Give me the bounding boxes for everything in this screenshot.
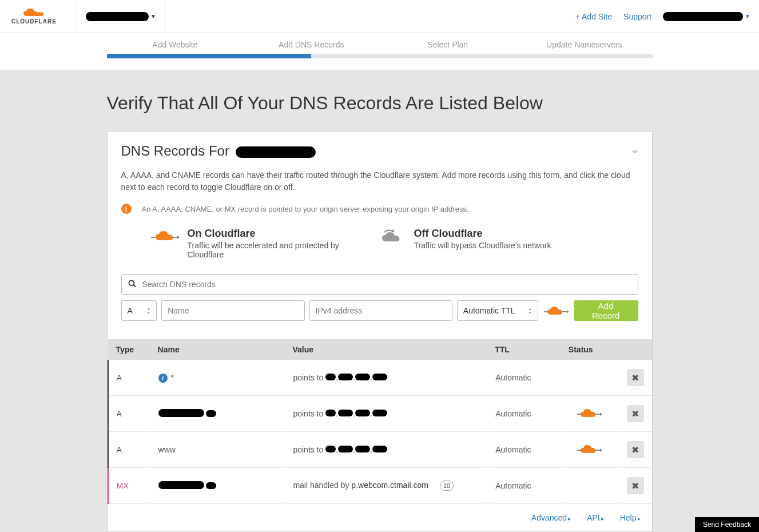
steps-progress-bar [107, 54, 653, 58]
dns-table: Type Name Value TTL Status Ai*points to … [108, 339, 652, 504]
cell-name[interactable] [151, 396, 286, 432]
record-ttl-select[interactable]: Automatic TTL ▲▼ [457, 300, 538, 321]
cell-type: A [108, 432, 151, 468]
legend: On Cloudflare Traffic will be accelerate… [121, 228, 638, 259]
domain-redacted [236, 146, 316, 158]
cell-name[interactable] [151, 468, 286, 504]
legend-on-title: On Cloudflare [188, 228, 353, 240]
logo-text: CLOUDFLARE [11, 18, 57, 25]
cell-ttl[interactable]: Automatic [488, 360, 562, 396]
steps: Add Website Add DNS Records Select Plan … [107, 33, 653, 54]
cloud-on-icon [150, 228, 180, 245]
stepper-icon: ▲▼ [528, 307, 532, 315]
warning-icon: ! [121, 204, 132, 214]
step-add-dns[interactable]: Add DNS Records [243, 33, 380, 54]
stepper-icon: ▲▼ [146, 307, 150, 315]
legend-on: On Cloudflare Traffic will be accelerate… [150, 228, 353, 259]
record-value-input[interactable] [309, 300, 452, 321]
priority-badge: 10 [440, 481, 454, 491]
th-action [617, 339, 651, 360]
expand-icon[interactable]: ◂▸ [631, 147, 638, 155]
cell-type: A [108, 360, 151, 396]
help-link[interactable]: Help▸ [620, 513, 641, 522]
divider [165, 0, 165, 33]
cell-status [562, 360, 617, 396]
delete-button[interactable]: ✖ [627, 477, 644, 494]
delete-button[interactable]: ✖ [627, 369, 644, 386]
add-site-link[interactable]: + Add Site [575, 12, 612, 21]
add-record-button[interactable]: Add Record [574, 300, 638, 321]
send-feedback-button[interactable]: Send Feedback [695, 517, 759, 532]
steps-progress-fill [107, 54, 312, 58]
user-dropdown[interactable]: ▼ [663, 12, 750, 21]
header: CLOUDFLARE ▼ + Add Site Support ▼ [0, 0, 759, 33]
cell-type: A [108, 396, 151, 432]
cell-value[interactable]: mail handled by p.webcom.ctmail.com10 [285, 468, 488, 504]
legend-on-desc: Traffic will be accelerated and protecte… [188, 241, 353, 259]
advanced-link[interactable]: Advanced▸ [531, 513, 571, 522]
table-row[interactable]: Awwwpoints to ...Automatic✖ [108, 432, 652, 468]
cell-ttl[interactable]: Automatic [488, 432, 562, 468]
delete-button[interactable]: ✖ [627, 405, 644, 422]
th-value: Value [285, 339, 488, 360]
main-background: Verify That All Of Your DNS Records Are … [0, 70, 759, 532]
table-row[interactable]: MXmail handled by p.webcom.ctmail.com10A… [108, 468, 652, 504]
step-update-ns[interactable]: Update Nameservers [516, 33, 653, 54]
cloud-off-icon [376, 228, 406, 245]
legend-off: Off Cloudflare Traffic will bypass Cloud… [376, 228, 551, 259]
alert-row: ! An A, AAAA, CNAME, or MX record is poi… [121, 204, 638, 214]
cell-status [562, 432, 617, 468]
account-dropdown[interactable]: ▼ [86, 12, 156, 21]
table-row[interactable]: Apoints to ...Automatic✖ [108, 396, 652, 432]
dns-card: DNS Records For ◂▸ A, AAAA, and CNAME re… [107, 131, 653, 532]
account-name-redacted [86, 12, 149, 21]
cell-type: MX [108, 468, 151, 504]
card-title: DNS Records For [121, 143, 316, 159]
proxy-toggle[interactable] [543, 304, 569, 317]
proxy-status-icon[interactable] [576, 411, 602, 420]
caret-down-icon: ▼ [150, 13, 156, 19]
record-type-select[interactable]: A ▲▼ [121, 300, 157, 321]
cell-ttl[interactable]: Automatic [488, 396, 562, 432]
svg-point-2 [129, 280, 134, 285]
cell-value[interactable]: points to ... [285, 396, 488, 432]
cell-name[interactable]: www [151, 432, 286, 468]
th-ttl: TTL [488, 339, 562, 360]
search-input[interactable] [121, 274, 638, 295]
caret-down-icon: ▼ [745, 13, 750, 19]
legend-off-desc: Traffic will bypass Cloudflare's network [414, 241, 551, 250]
step-add-website[interactable]: Add Website [107, 33, 244, 54]
search-icon [128, 280, 136, 289]
delete-button[interactable]: ✖ [627, 441, 644, 458]
divider [77, 0, 77, 33]
main-content: Verify That All Of Your DNS Records Are … [107, 70, 653, 532]
th-name: Name [151, 339, 286, 360]
user-name-redacted [663, 12, 743, 21]
cell-status [562, 468, 617, 504]
card-description: A, AAAA, and CNAME records can have thei… [121, 169, 638, 193]
table-row[interactable]: Ai*points to ...Automatic✖ [108, 360, 652, 396]
alert-text: An A, AAAA, CNAME, or MX record is point… [142, 205, 469, 213]
api-link[interactable]: API▸ [587, 513, 604, 522]
th-type: Type [108, 339, 151, 360]
cloudflare-logo[interactable]: CLOUDFLARE [9, 8, 59, 25]
cell-name[interactable]: i* [151, 360, 286, 396]
cell-value[interactable]: points to ... [285, 360, 488, 396]
search-row [121, 274, 638, 295]
cloud-logo-icon [22, 8, 45, 18]
cell-value[interactable]: points to ... [285, 432, 488, 468]
info-icon[interactable]: i [158, 374, 168, 383]
table-footer: Advanced▸ API▸ Help▸ [108, 504, 652, 531]
support-link[interactable]: Support [623, 12, 651, 21]
step-select-plan[interactable]: Select Plan [380, 33, 516, 54]
cell-status [562, 396, 617, 432]
cell-ttl[interactable]: Automatic [488, 468, 562, 504]
steps-container: Add Website Add DNS Records Select Plan … [0, 33, 759, 70]
th-status: Status [562, 339, 617, 360]
svg-line-3 [133, 285, 136, 287]
legend-off-title: Off Cloudflare [414, 228, 551, 240]
proxy-status-icon[interactable] [576, 447, 602, 456]
record-name-input[interactable] [161, 300, 304, 321]
add-record-form: A ▲▼ Automatic TTL ▲▼ Add Record [121, 300, 638, 321]
page-title: Verify That All Of Your DNS Records Are … [107, 93, 653, 114]
